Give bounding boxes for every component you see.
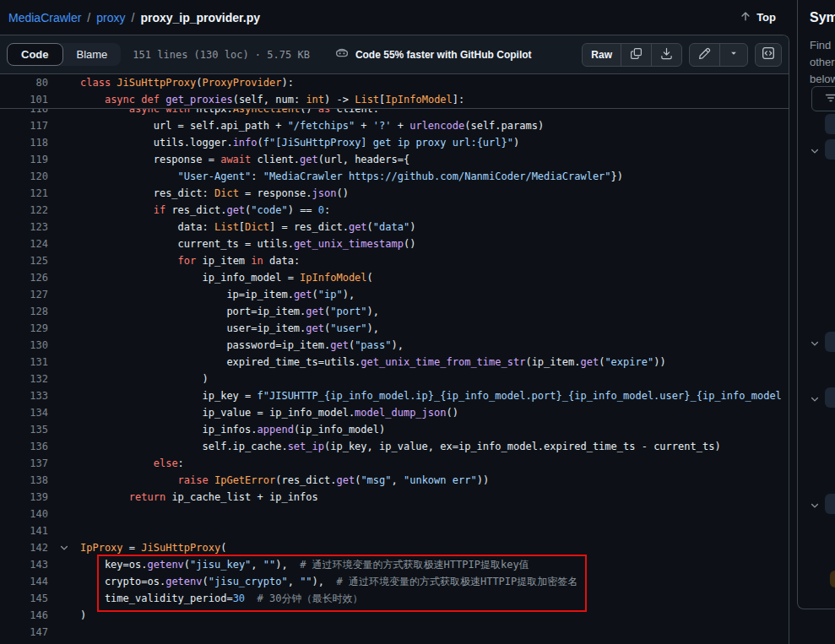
symbol-item[interactable] bbox=[825, 139, 835, 160]
download-button[interactable] bbox=[651, 44, 681, 66]
line-number[interactable]: 147 bbox=[0, 624, 48, 641]
tab-code[interactable]: Code bbox=[7, 43, 63, 66]
code-text: time_validity_period=30 # 30分钟（最长时效） bbox=[80, 590, 789, 607]
toolbar-actions: Raw bbox=[582, 43, 782, 67]
raw-button[interactable]: Raw bbox=[583, 44, 621, 66]
line-number[interactable]: 144 bbox=[0, 573, 48, 590]
pencil-icon bbox=[698, 47, 711, 62]
copilot-banner[interactable]: Code 55% faster with GitHub Copilot bbox=[335, 46, 532, 62]
fold-slot bbox=[48, 607, 80, 624]
chevron-down-icon[interactable] bbox=[810, 337, 821, 349]
line-number[interactable]: 139 bbox=[0, 489, 48, 506]
line-number[interactable]: 128 bbox=[0, 303, 48, 320]
code-text: ip_infos.append(ip_info_model) bbox=[80, 421, 789, 438]
line-number[interactable]: 126 bbox=[0, 269, 48, 286]
line-number[interactable]: 124 bbox=[0, 235, 48, 252]
line-number[interactable]: 123 bbox=[0, 219, 48, 235]
chevron-down-icon[interactable] bbox=[810, 392, 821, 404]
line-number[interactable]: 134 bbox=[0, 404, 48, 421]
line-number[interactable]: 132 bbox=[0, 371, 48, 387]
line-number[interactable]: 136 bbox=[0, 438, 48, 455]
fold-slot bbox=[48, 91, 80, 108]
fold-slot bbox=[48, 151, 80, 168]
line-number[interactable]: 80 bbox=[0, 74, 48, 91]
line-number[interactable]: 125 bbox=[0, 252, 48, 269]
line-number[interactable]: 133 bbox=[0, 387, 48, 404]
fold-slot bbox=[48, 185, 80, 202]
line-number[interactable]: 129 bbox=[0, 320, 48, 337]
collapse-chevron-icon[interactable] bbox=[48, 539, 80, 556]
code-line: 135 ip_infos.append(ip_info_model) bbox=[0, 421, 789, 438]
tab-blame[interactable]: Blame bbox=[63, 43, 122, 66]
code-blame-toggle: Code Blame bbox=[7, 43, 121, 66]
line-number[interactable]: 130 bbox=[0, 337, 48, 354]
line-number[interactable]: 143 bbox=[0, 556, 48, 573]
fold-slot bbox=[48, 134, 80, 151]
fold-slot bbox=[48, 556, 80, 573]
line-number[interactable]: 119 bbox=[0, 151, 48, 168]
line-number[interactable]: 138 bbox=[0, 472, 48, 489]
code-line: 80class JiSuHttpProxy(ProxyProvider): bbox=[0, 74, 789, 91]
line-number[interactable]: 127 bbox=[0, 286, 48, 303]
fold-slot bbox=[48, 371, 80, 387]
file-toolbar: Code Blame 151 lines (130 loc) · 5.75 KB… bbox=[0, 35, 789, 74]
line-number[interactable]: 146 bbox=[0, 607, 48, 624]
line-number[interactable]: 120 bbox=[0, 168, 48, 185]
fold-slot bbox=[48, 320, 80, 337]
back-to-top-button[interactable]: Top bbox=[740, 10, 776, 24]
code-text: utils.logger.info(f"[JiSuHttpProxy] get … bbox=[80, 134, 789, 151]
code-text: expired_time_ts=utils.get_unix_time_from… bbox=[80, 354, 789, 371]
filter-button[interactable] bbox=[811, 86, 835, 111]
line-number[interactable]: 135 bbox=[0, 421, 48, 438]
code-line: 143 key=os.getenv("jisu_key", ""), # 通过环… bbox=[0, 556, 789, 573]
line-number[interactable]: 101 bbox=[0, 91, 48, 108]
code-line: 117 url = self.api_path + "/fetchips" + … bbox=[0, 117, 789, 134]
symbol-item[interactable] bbox=[825, 494, 835, 514]
line-number[interactable]: 116 bbox=[0, 109, 48, 117]
code-scroll-area[interactable]: 116 async with httpx.AsyncClient() as cl… bbox=[0, 109, 789, 644]
code-card: Code Blame 151 lines (130 loc) · 5.75 KB… bbox=[0, 35, 789, 644]
line-number[interactable]: 137 bbox=[0, 455, 48, 472]
symbols-toggle-button[interactable] bbox=[755, 43, 782, 67]
symbols-panel-title: Symbols bbox=[810, 10, 835, 25]
chevron-down-icon[interactable] bbox=[810, 499, 821, 511]
code-line: 139 return ip_cache_list + ip_infos bbox=[0, 489, 789, 506]
code-line: 118 utils.logger.info(f"[JiSuHttpProxy] … bbox=[0, 134, 789, 151]
breadcrumb-file-name: proxy_ip_provider.py bbox=[140, 11, 260, 24]
edit-button[interactable] bbox=[690, 44, 719, 66]
line-number[interactable]: 121 bbox=[0, 185, 48, 202]
fold-slot bbox=[48, 438, 80, 455]
symbol-item[interactable] bbox=[825, 114, 835, 134]
chevron-down-icon[interactable] bbox=[810, 144, 821, 156]
line-number[interactable]: 142 bbox=[0, 539, 48, 556]
line-number[interactable]: 122 bbox=[0, 202, 48, 219]
breadcrumb-folder-link[interactable]: proxy bbox=[96, 11, 125, 24]
code-line: 145 time_validity_period=30 # 30分钟（最长时效） bbox=[0, 590, 789, 607]
code-text: key=os.getenv("jisu_key", ""), # 通过环境变量的… bbox=[80, 556, 789, 573]
symbol-item[interactable] bbox=[830, 571, 835, 587]
fold-slot bbox=[48, 202, 80, 219]
code-line: 146) bbox=[0, 607, 789, 624]
breadcrumb-repo-link[interactable]: MediaCrawler bbox=[8, 11, 81, 24]
fold-slot bbox=[48, 109, 80, 117]
line-number[interactable]: 145 bbox=[0, 590, 48, 607]
line-number[interactable]: 131 bbox=[0, 354, 48, 371]
copy-button[interactable] bbox=[621, 44, 651, 66]
line-number[interactable]: 140 bbox=[0, 506, 48, 522]
code-text bbox=[80, 506, 789, 522]
symbol-item[interactable] bbox=[825, 332, 835, 352]
fold-slot bbox=[48, 219, 80, 235]
edit-dropdown-button[interactable] bbox=[719, 44, 747, 66]
fold-slot bbox=[48, 354, 80, 371]
line-number[interactable]: 118 bbox=[0, 134, 48, 151]
fold-slot bbox=[48, 472, 80, 489]
code-text bbox=[80, 522, 789, 539]
line-number[interactable]: 141 bbox=[0, 522, 48, 539]
code-line: 133 ip_key = f"JISUHTTP_{ip_info_model.i… bbox=[0, 387, 789, 404]
raw-copy-download-group: Raw bbox=[582, 43, 682, 67]
code-text: raise IpGetError(res_dict.get("msg", "un… bbox=[80, 472, 789, 489]
code-text: data: List[Dict] = res_dict.get("data") bbox=[80, 219, 789, 235]
symbol-item[interactable] bbox=[825, 387, 835, 408]
line-number[interactable]: 117 bbox=[0, 117, 48, 134]
code-line: 134 ip_value = ip_info_model.model_dump_… bbox=[0, 404, 789, 421]
